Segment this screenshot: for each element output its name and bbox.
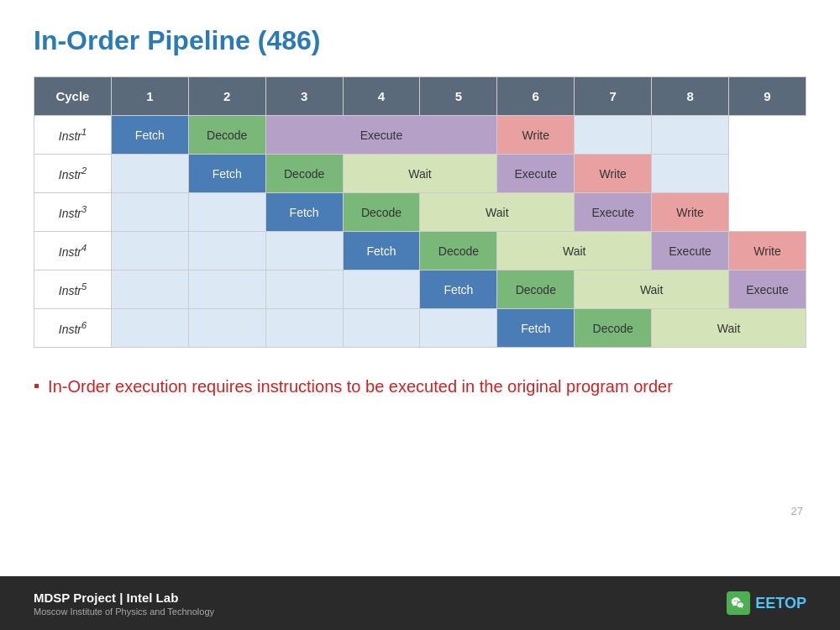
col-header-5: 5 bbox=[420, 77, 497, 116]
cell-empty bbox=[188, 270, 265, 309]
cell-empty bbox=[111, 155, 188, 193]
cell-empty bbox=[652, 116, 729, 155]
bullet-section: ▪ In-Order execution requires instructio… bbox=[34, 375, 806, 398]
cell-decode: Decode bbox=[497, 270, 575, 309]
cell-empty bbox=[265, 309, 343, 348]
cell-fetch: Fetch bbox=[265, 193, 343, 232]
pipeline-table: Cycle 1 2 3 4 5 6 7 8 9 Instr1 Fetch Dec… bbox=[34, 76, 806, 348]
cell-fetch: Fetch bbox=[188, 155, 265, 193]
table-row: Instr6 Fetch Decode Wait bbox=[34, 309, 806, 348]
cell-execute: Execute bbox=[652, 232, 729, 270]
cell-decode: Decode bbox=[343, 193, 420, 232]
instr-label: Instr4 bbox=[34, 232, 112, 270]
cell-empty bbox=[188, 193, 265, 232]
col-header-2: 2 bbox=[188, 77, 265, 116]
cell-wait: Wait bbox=[652, 309, 806, 348]
page-number: 27 bbox=[791, 505, 803, 517]
cell-decode: Decode bbox=[420, 232, 497, 270]
cell-execute: Execute bbox=[497, 155, 575, 193]
footer-right: EETOP bbox=[727, 591, 806, 615]
instr-label: Instr5 bbox=[34, 270, 112, 309]
col-header-3: 3 bbox=[265, 77, 343, 116]
table-row: Instr3 Fetch Decode Wait Execute Write bbox=[34, 193, 806, 232]
cell-empty bbox=[111, 309, 188, 348]
col-header-6: 6 bbox=[497, 77, 575, 116]
col-header-9: 9 bbox=[729, 77, 806, 116]
table-header-row: Cycle 1 2 3 4 5 6 7 8 9 bbox=[34, 77, 806, 116]
cell-empty bbox=[111, 232, 188, 270]
wechat-icon bbox=[727, 591, 750, 615]
cell-write: Write bbox=[729, 232, 806, 270]
instr-label: Instr6 bbox=[34, 309, 112, 348]
cell-fetch: Fetch bbox=[111, 116, 188, 155]
cell-write: Write bbox=[575, 155, 652, 193]
cell-empty bbox=[111, 270, 188, 309]
cell-decode: Decode bbox=[188, 116, 265, 155]
cell-write: Write bbox=[497, 116, 575, 155]
table-row: Instr1 Fetch Decode Execute Write bbox=[34, 116, 806, 155]
table-row: Instr2 Fetch Decode Wait Execute Write bbox=[34, 155, 806, 193]
cell-empty bbox=[343, 309, 420, 348]
footer: MDSP Project | Intel Lab Moscow Institut… bbox=[0, 576, 840, 630]
col-header-4: 4 bbox=[343, 77, 420, 116]
footer-left: MDSP Project | Intel Lab Moscow Institut… bbox=[34, 591, 214, 617]
cell-decode: Decode bbox=[265, 155, 343, 193]
cell-empty bbox=[575, 116, 652, 155]
col-header-8: 8 bbox=[652, 77, 729, 116]
org-sub: Moscow Institute of Physics and Technolo… bbox=[34, 606, 214, 617]
table-row: Instr5 Fetch Decode Wait Execute bbox=[34, 270, 806, 309]
cell-empty bbox=[111, 193, 188, 232]
cell-execute: Execute bbox=[729, 270, 806, 309]
instr-label: Instr3 bbox=[34, 193, 112, 232]
cell-empty bbox=[652, 155, 729, 193]
org-name: MDSP Project | Intel Lab bbox=[34, 591, 214, 605]
col-header-1: 1 bbox=[111, 77, 188, 116]
cell-execute: Execute bbox=[265, 116, 497, 155]
instr-label: Instr2 bbox=[34, 155, 112, 193]
col-header-7: 7 bbox=[575, 77, 652, 116]
cell-empty bbox=[265, 232, 343, 270]
cell-wait: Wait bbox=[343, 155, 497, 193]
cell-execute: Execute bbox=[575, 193, 652, 232]
cell-empty bbox=[188, 232, 265, 270]
bullet-icon: ▪ bbox=[34, 376, 39, 396]
cell-fetch: Fetch bbox=[497, 309, 575, 348]
col-header-cycle: Cycle bbox=[34, 77, 112, 116]
bullet-text: In-Order execution requires instructions… bbox=[48, 375, 673, 398]
cell-wait: Wait bbox=[497, 232, 652, 270]
cell-empty bbox=[343, 270, 420, 309]
cell-wait: Wait bbox=[420, 193, 575, 232]
cell-fetch: Fetch bbox=[343, 232, 420, 270]
cell-empty bbox=[265, 270, 343, 309]
instr-label: Instr1 bbox=[34, 116, 112, 155]
cell-empty bbox=[420, 309, 497, 348]
page-title: In-Order Pipeline (486) bbox=[34, 25, 806, 56]
brand-label: EETOP bbox=[755, 595, 806, 612]
main-content: In-Order Pipeline (486) Cycle 1 2 3 4 5 … bbox=[0, 0, 840, 576]
cell-write: Write bbox=[652, 193, 729, 232]
cell-fetch: Fetch bbox=[420, 270, 497, 309]
cell-wait: Wait bbox=[575, 270, 729, 309]
cell-decode: Decode bbox=[575, 309, 652, 348]
cell-empty bbox=[188, 309, 265, 348]
eetop-logo: EETOP bbox=[727, 591, 806, 615]
table-row: Instr4 Fetch Decode Wait Execute Write bbox=[34, 232, 806, 270]
